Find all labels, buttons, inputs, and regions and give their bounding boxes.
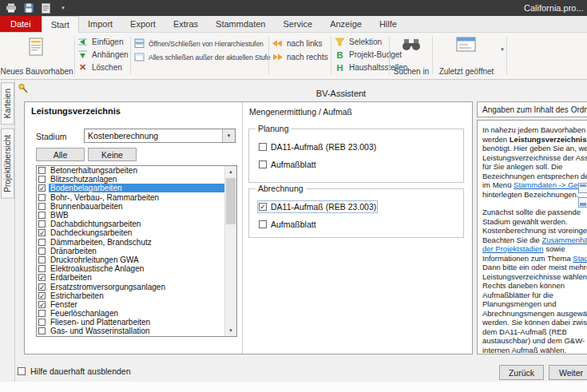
suchen-in-button[interactable]: Suchen in: [392, 34, 430, 78]
item-checkbox[interactable]: [38, 247, 46, 255]
help-link[interactable]: Stammdaten -> Gewerke: [514, 180, 587, 189]
item-checkbox[interactable]: ✓: [38, 283, 46, 291]
list-item[interactable]: ✓Estricharbeiten: [37, 291, 224, 300]
hide-help-row[interactable]: Hilfe dauerhaft ausblenden: [18, 366, 131, 376]
checkbox[interactable]: ✓: [259, 203, 267, 211]
list-item[interactable]: Blitzschutzanlagen: [37, 175, 224, 184]
alle-button[interactable]: Alle: [36, 148, 85, 161]
planung-aufmassblatt-checkbox-row[interactable]: Aufmaßblatt: [259, 160, 316, 169]
list-item[interactable]: Gas- und Wasserinstallation: [37, 327, 224, 335]
tab-hilfe[interactable]: Hilfe: [371, 16, 406, 32]
tab-service[interactable]: Service: [274, 16, 321, 32]
checkbox[interactable]: [259, 143, 267, 151]
weiter-button[interactable]: Weiter: [549, 365, 587, 380]
einfuegen-button[interactable]: Einfügen: [77, 36, 123, 48]
sidetab-karteien[interactable]: Karteien: [1, 82, 14, 125]
scroll-down-icon[interactable]: ▼: [225, 325, 236, 336]
loeschen-button[interactable]: ✕ Löschen: [77, 61, 122, 73]
list-item[interactable]: Fliesen- und Plattenarbeiten: [37, 318, 224, 327]
list-item[interactable]: ✓Dachdeckungsarbeiten: [37, 228, 224, 237]
list-item[interactable]: Dränarbeiten: [37, 247, 224, 255]
nach-links-button[interactable]: nach links: [272, 38, 322, 49]
list-item[interactable]: ✓Bodenbelagarbeiten: [37, 184, 224, 192]
item-checkbox[interactable]: [38, 265, 46, 272]
export-icon[interactable]: [39, 2, 53, 14]
selektion-button[interactable]: Selektion: [334, 36, 382, 48]
item-checkbox[interactable]: [38, 319, 46, 326]
list-item[interactable]: Betonerhaltungsarbeiten: [37, 166, 224, 175]
recent-dropdown-icon[interactable]: ▼: [500, 47, 505, 52]
item-checkbox[interactable]: ✓: [38, 229, 46, 236]
save-icon[interactable]: [22, 2, 35, 14]
title-bar: ▼ California.pro...: [0, 0, 587, 16]
item-checkbox[interactable]: [38, 256, 46, 263]
quick-access-dropdown-icon[interactable]: ▼: [61, 6, 65, 10]
item-label: Ersatzstromversorgungsanlagen: [49, 283, 167, 291]
ribbon-separator: [268, 36, 269, 74]
sidetab-projektuebersicht[interactable]: Projektübersicht: [1, 129, 14, 199]
zurueck-button[interactable]: Zurück: [499, 365, 544, 380]
item-checkbox[interactable]: [38, 167, 46, 174]
list-item[interactable]: Elektroakustische Anlagen: [37, 264, 224, 273]
stadium-dropdown[interactable]: Kostenberechnung ▼: [84, 129, 236, 143]
checkbox-label: DA11-Aufmaß (REB 23.003): [271, 202, 376, 212]
list-item[interactable]: ✓Fenster: [37, 300, 224, 309]
list-item[interactable]: Dachabdichtungsarbeiten: [37, 220, 224, 228]
list-item[interactable]: Brunnenbauarbeiten: [37, 202, 224, 211]
item-label: Brunnenbauarbeiten: [49, 202, 125, 211]
keine-button[interactable]: Keine: [88, 148, 137, 161]
abrechnung-da11-checkbox-row[interactable]: ✓ DA11-Aufmaß (REB 23.003): [259, 202, 376, 212]
list-item[interactable]: Bohr-, Verbau-, Rammarbeiten: [37, 193, 224, 202]
checkbox[interactable]: [259, 220, 267, 228]
anhaengen-button[interactable]: Anhängen: [77, 49, 129, 61]
docked-panel-icon[interactable]: [578, 182, 587, 192]
list-item[interactable]: Feuerlöschanlagen: [37, 309, 224, 318]
planung-da11-checkbox-row[interactable]: DA11-Aufmaß (REB 23.003): [259, 142, 376, 152]
item-checkbox[interactable]: [38, 176, 46, 183]
item-checkbox[interactable]: [38, 220, 46, 228]
checkbox[interactable]: [259, 160, 267, 168]
abrechnung-aufmassblatt-checkbox-row[interactable]: Aufmaßblatt: [259, 220, 316, 229]
tab-import[interactable]: Import: [79, 16, 121, 32]
help-text: In nahezu jedem Bauvorhaben werden Leist…: [477, 120, 587, 354]
close-all-except-button[interactable]: Alles schließen außer der aktuellen Stuf…: [133, 51, 271, 63]
abrechnung-group: Abrechnung ✓ DA11-Aufmaß (REB 23.003) Au…: [248, 188, 464, 238]
item-checkbox[interactable]: [38, 203, 46, 210]
tab-anzeige[interactable]: Anzeige: [321, 16, 371, 32]
print-icon[interactable]: [4, 2, 18, 14]
tab-stammdaten[interactable]: Stammdaten: [207, 16, 274, 32]
help-link[interactable]: Stadien: [573, 254, 587, 263]
docked-panel-icon[interactable]: [578, 196, 587, 207]
item-checkbox[interactable]: [38, 327, 46, 335]
tab-extras[interactable]: Extras: [165, 16, 207, 32]
chevron-down-icon[interactable]: ▼: [222, 129, 235, 142]
open-close-hierarchy-button[interactable]: Öffnen/Schließen von Hierarchiestufen: [133, 38, 264, 49]
item-checkbox[interactable]: ✓: [38, 292, 46, 299]
stadium-label: Stadium: [36, 132, 67, 141]
item-checkbox[interactable]: [38, 239, 46, 246]
item-checkbox[interactable]: [38, 310, 46, 317]
zuletzt-geoeffnet-button[interactable]: Zuletzt geöffnet: [435, 34, 498, 78]
list-item[interactable]: ✓Erdarbeiten: [37, 273, 224, 282]
scroll-up-icon[interactable]: ▲: [225, 166, 236, 177]
tab-export[interactable]: Export: [121, 16, 165, 32]
list-item[interactable]: Dämmarbeiten, Brandschutz: [37, 238, 224, 247]
tab-datei[interactable]: Datei: [0, 16, 42, 32]
ribbon-separator: [74, 36, 75, 74]
item-checkbox[interactable]: [38, 194, 46, 201]
tab-start[interactable]: Start: [42, 16, 79, 33]
list-item[interactable]: BWB: [37, 211, 224, 220]
neues-bauvorhaben-button[interactable]: Neues Bauvorhaben: [1, 34, 73, 78]
list-item[interactable]: ✓Ersatzstromversorgungsanlagen: [37, 282, 224, 291]
item-checkbox[interactable]: [38, 212, 46, 219]
list-item[interactable]: Druckrohrleitungen GWA: [37, 255, 224, 264]
lv-scrollbar[interactable]: ▲ ▼: [224, 166, 236, 336]
item-checkbox[interactable]: ✓: [38, 301, 46, 308]
pushpin-icon[interactable]: [18, 83, 29, 97]
nach-rechts-button[interactable]: nach rechts: [272, 51, 328, 63]
scrollbar-thumb[interactable]: [226, 178, 236, 224]
stadium-value: Kostenberechnung: [88, 131, 158, 141]
item-checkbox[interactable]: ✓: [38, 184, 46, 192]
item-checkbox[interactable]: ✓: [38, 274, 46, 281]
hide-help-checkbox[interactable]: [18, 367, 26, 375]
